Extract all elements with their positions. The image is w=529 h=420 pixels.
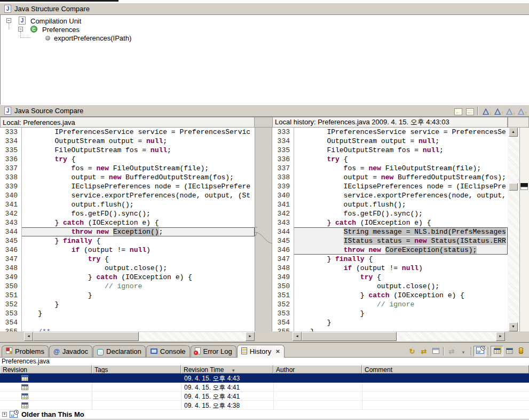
right-h-scroll-thumb[interactable] [302, 332, 397, 341]
scroll-up-button[interactable]: ▲ [509, 128, 518, 137]
problems-icon [6, 347, 12, 355]
code-line: 353 } [272, 309, 508, 318]
scroll-left-button[interactable]: ◄ [293, 332, 302, 341]
overview-ruler[interactable] [519, 128, 529, 331]
tab-declaration[interactable]: →Declaration [93, 345, 146, 357]
revision-row[interactable]: 09. 4. 15. 오후 4:41 [0, 383, 529, 392]
revision-row[interactable]: 09. 4. 15. 오후 4:41 [0, 392, 529, 401]
compare-mode-icon: ⇄ [449, 347, 455, 355]
left-code-pane[interactable]: 333 IPreferencesService service = Prefer… [0, 128, 255, 331]
code-line: 337 fos = new FileOutputStream(file); [272, 164, 508, 173]
java-file-icon: J [4, 5, 11, 13]
code-line: 352 } [0, 300, 255, 309]
tab-error-log[interactable]: ✕Error Log [191, 345, 236, 357]
structure-compare-tree[interactable]: −JCompilation Unit−CPreferencesexportPre… [0, 15, 529, 105]
column-header-label: Revision [3, 366, 27, 374]
left-h-scroll-thumb[interactable] [33, 332, 139, 341]
tree-item-preferences[interactable]: −CPreferences [1, 25, 529, 34]
line-number: 344 [272, 227, 294, 236]
code-line: 334 OutputStream output = null; [272, 137, 508, 146]
line-number: 338 [0, 173, 21, 182]
column-header-tags[interactable]: Tags [92, 365, 181, 374]
line-number: 350 [0, 282, 21, 291]
line-number: 342 [272, 209, 294, 218]
filter-button[interactable] [515, 346, 527, 356]
dropdown-arrow-button[interactable]: ▼ [457, 346, 469, 356]
revision-table-icon [21, 384, 28, 392]
diff-overview-marker-white [520, 187, 528, 190]
pin-view-icon [432, 347, 439, 355]
code-line: 346 if (output != null) [0, 245, 255, 255]
tab-problems[interactable]: Problems [2, 345, 49, 357]
bottom-view-tab-bar: Problems@Javadoc→DeclarationConsole✕Erro… [0, 344, 529, 358]
group-row-older-than-this-month[interactable]: +12Older than This Mo [0, 410, 529, 419]
right-horizontal-scrollbar[interactable]: ◄ ► [293, 332, 505, 341]
history-table[interactable]: 09. 4. 15. 오후 4:4309. 4. 15. 오후 4:4109. … [0, 374, 529, 420]
line-number: 353 [0, 309, 21, 318]
line-number: 352 [272, 300, 294, 309]
scroll-right-button[interactable]: ► [246, 332, 255, 341]
tab-history[interactable]: History✕ [237, 345, 285, 358]
date-format-button[interactable]: 12 [473, 346, 486, 356]
tree-item-compilation-unit[interactable]: −JCompilation Unit [1, 17, 529, 25]
group-expander-icon[interactable]: + [2, 412, 7, 417]
tree-item-exportpreferences-ipath-[interactable]: exportPreferences(IPath) [1, 34, 529, 42]
column-header-revision-time[interactable]: Revision Time▼ [181, 365, 273, 374]
code-line: 342 fos.getFD().sync(); [0, 209, 255, 218]
diff-overview-marker[interactable] [520, 183, 528, 187]
java-file-icon: J [4, 107, 11, 115]
copy-all-right-to-left-icon: ← [454, 107, 462, 115]
tree-expander-icon[interactable]: − [18, 27, 23, 31]
tab-javadoc[interactable]: @Javadoc [49, 345, 92, 357]
scroll-right-button[interactable]: ► [496, 332, 505, 341]
left-horizontal-scrollbar[interactable]: ◄ ► [24, 332, 255, 341]
next-change-icon: △↓ [506, 107, 512, 115]
previous-change-button[interactable]: △↑ [515, 106, 527, 116]
revision-row[interactable]: 09. 4. 15. 오후 4:38 [0, 401, 529, 410]
code-line: 344 String message = NLS.bind(PrefsMessa… [272, 227, 508, 236]
link-with-editor-button[interactable]: ⇄ [418, 346, 430, 356]
structure-compare-titlebar: J Java Structure Compare [0, 3, 529, 15]
column-header-revision[interactable]: Revision [0, 365, 92, 374]
compare-mode-button[interactable]: ⇄ [446, 346, 457, 356]
pin-view-button[interactable] [430, 346, 441, 356]
previous-difference-button[interactable]: △↑ [492, 106, 503, 116]
vertical-scroll-thumb[interactable] [509, 183, 518, 191]
next-change-button[interactable]: △↓ [503, 106, 515, 116]
line-number: 354 [272, 318, 294, 327]
error-log-icon: ✕ [195, 347, 201, 356]
table-layout-button[interactable] [503, 346, 515, 356]
code-line: 350 output.close(); [272, 282, 508, 291]
refresh-button[interactable]: ↻ [406, 346, 418, 356]
close-tab-icon[interactable]: ✕ [275, 348, 280, 354]
copy-all-right-to-left-button[interactable]: ← [452, 106, 464, 116]
line-number: 348 [0, 264, 21, 273]
revision-row[interactable]: 09. 4. 15. 오후 4:43 [0, 374, 529, 383]
code-line: 334 OutputStream output = null; [0, 137, 255, 146]
revision-table-icon [21, 393, 28, 401]
code-line: 346 throw new CoreException(status); [272, 245, 508, 255]
dropdown-arrow-icon: ▼ [461, 347, 465, 355]
column-header-comment[interactable]: Comment [362, 365, 529, 374]
line-number: 351 [272, 291, 294, 300]
structure-compare-title: Java Structure Compare [14, 5, 90, 13]
horizontal-scrollbars: ◄ ► ◄ ► [0, 331, 529, 342]
column-header-author[interactable]: Author [273, 365, 362, 374]
scroll-down-button[interactable]: ▼ [509, 322, 518, 331]
tab-console[interactable]: Console [146, 345, 190, 357]
line-number: 333 [0, 128, 21, 137]
declaration-icon: → [97, 347, 104, 356]
right-code-pane[interactable]: 333 IPreferencesService service = Prefer… [272, 128, 508, 331]
scroll-left-button[interactable]: ◄ [24, 332, 33, 341]
group-revisions-button[interactable] [491, 346, 503, 356]
previous-difference-icon: △↑ [494, 107, 501, 115]
code-line: 340 service.exportPreferences(node, outp… [0, 191, 255, 200]
vertical-scrollbar[interactable]: ▲ ▼ [508, 128, 519, 331]
line-number: 349 [0, 273, 21, 282]
next-difference-button[interactable]: △↓ [480, 106, 492, 116]
tree-expander-icon[interactable]: − [6, 18, 11, 23]
diff-connector-line [255, 128, 273, 331]
code-line: 341 output.flush(); [272, 200, 508, 209]
column-header-label: Comment [365, 366, 392, 374]
copy-current-right-to-left-button[interactable]: ← [464, 106, 476, 116]
